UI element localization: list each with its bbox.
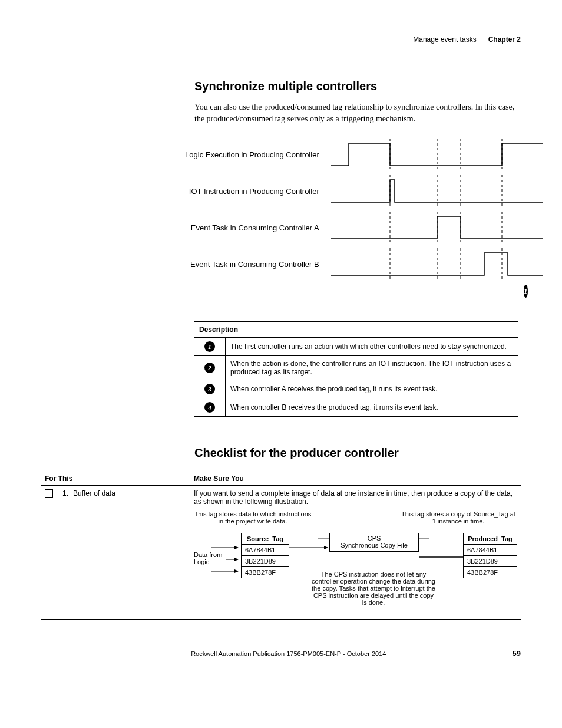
timing-label: IOT Instruction in Producing Controller xyxy=(177,187,331,196)
footer-publication: Rockwell Automation Publication 1756-PM0… xyxy=(65,650,513,657)
cps-box: CPS Synchronous Copy File xyxy=(329,533,419,552)
callout-cell: 3 xyxy=(194,380,226,398)
timing-row: Event Task in Consuming Controller A xyxy=(177,209,521,246)
checklist-makesure-cell: If you want to send a complete image of … xyxy=(190,486,521,620)
checklist-item-num: 1. xyxy=(62,489,68,498)
produced-tag-v1: 3B221D89 xyxy=(464,555,517,566)
timing-row: Logic Execution in Producing Controller xyxy=(177,136,521,173)
footer-page-number: 59 xyxy=(513,649,521,658)
footer: Rockwell Automation Publication 1756-PM0… xyxy=(41,649,521,658)
source-tag-title: Source_Tag xyxy=(242,533,289,544)
caption-left: This tag stores data to which instructio… xyxy=(194,510,312,525)
header-rule xyxy=(41,50,521,50)
callout-circle: 1 xyxy=(204,341,215,352)
header-chapter: Chapter 2 xyxy=(488,35,521,44)
description-text: The first controller runs an action with… xyxy=(226,338,518,356)
source-tag-v1: 3B221D89 xyxy=(242,555,289,566)
header-section: Manage event tasks xyxy=(413,35,476,44)
description-text: When controller A receives the produced … xyxy=(226,380,518,398)
cps-sub: Synchronous Copy File xyxy=(330,542,418,551)
callout-cell: 1 xyxy=(194,338,226,356)
section-sync: Synchronize multiple controllers You can… xyxy=(194,80,521,124)
callout-cell: 4 xyxy=(194,398,226,417)
cps-note: The CPS instruction does not let any con… xyxy=(312,571,435,606)
desc-header: Description xyxy=(194,322,518,338)
source-tag-box: Source_Tag 6A7844B1 3B221D89 43BB278F xyxy=(241,533,289,578)
timing-row: IOT Instruction in Producing Controller xyxy=(177,173,521,209)
callout-cell: 2 xyxy=(194,356,226,380)
checklist-section: Checklist for the producer controller Fo… xyxy=(41,446,521,620)
callout-circle: 4 xyxy=(204,402,215,413)
checklist-forthis-cell: 1. Buffer of data xyxy=(41,486,190,620)
timing-waveform xyxy=(331,136,521,173)
page: Manage event tasks Chapter 2 Synchronize… xyxy=(0,0,562,681)
timing-waveform xyxy=(331,246,521,282)
checklist-header-forthis: For This xyxy=(41,472,190,486)
checklist-header-makesure: Make Sure You xyxy=(190,472,521,486)
checkbox-icon[interactable] xyxy=(45,489,53,498)
callout-circle: 3 xyxy=(204,384,215,394)
timing-label: Logic Execution in Producing Controller xyxy=(177,150,331,159)
produced-tag-box: Produced_Tag 6A7844B1 3B221D89 43BB278F xyxy=(463,533,517,578)
callout-circle: 1 xyxy=(524,285,528,298)
checklist-title: Checklist for the producer controller xyxy=(194,446,521,460)
description-text: When controller B receives the produced … xyxy=(226,398,518,417)
produced-tag-v0: 6A7844B1 xyxy=(464,544,517,555)
timing-label: Event Task in Consuming Controller B xyxy=(177,260,331,269)
table-row: 4When controller B receives the produced… xyxy=(194,398,518,417)
source-tag-v0: 6A7844B1 xyxy=(242,544,289,555)
table-row: 2When the action is done, the controller… xyxy=(194,356,518,380)
timing-label: Event Task in Consuming Controller A xyxy=(177,223,331,232)
cps-illustration: Data from Logic xyxy=(194,531,517,613)
produced-tag-v2: 43BB278F xyxy=(464,566,517,578)
callout-circle: 2 xyxy=(204,363,215,373)
checklist-item-text: If you want to send a complete image of … xyxy=(194,489,517,506)
caption-right: This tag stores a copy of Source_Tag at … xyxy=(399,510,517,525)
timing-waveform xyxy=(331,173,521,209)
description-table: Description 1The first controller runs a… xyxy=(194,321,518,417)
table-row: 3When controller A receives the produced… xyxy=(194,380,518,398)
section-body: You can also use the produced/consumed t… xyxy=(194,101,521,124)
timing-row: Event Task in Consuming Controller B xyxy=(177,246,521,282)
checklist-table: For This Make Sure You 1. Buffer of data… xyxy=(41,472,521,620)
running-header: Manage event tasks Chapter 2 xyxy=(41,35,521,44)
source-tag-v2: 43BB278F xyxy=(242,566,289,578)
timing-diagram: Logic Execution in Producing ControllerI… xyxy=(177,136,521,298)
timing-waveform xyxy=(331,209,521,246)
checklist-item-label: Buffer of data xyxy=(73,489,115,498)
section-title: Synchronize multiple controllers xyxy=(194,80,521,93)
produced-tag-title: Produced_Tag xyxy=(464,533,517,544)
description-text: When the action is done, the controller … xyxy=(226,356,518,380)
table-row: 1The first controller runs an action wit… xyxy=(194,338,518,356)
